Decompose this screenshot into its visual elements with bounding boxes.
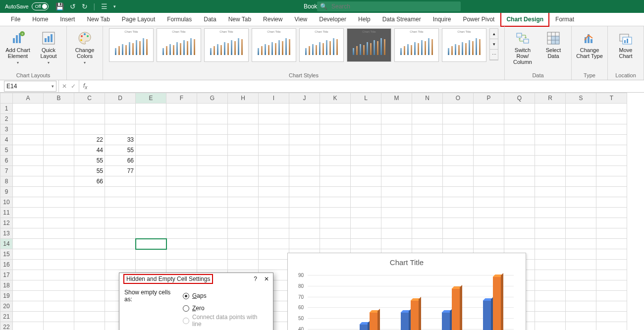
radio-gaps[interactable] (183, 293, 189, 299)
cell-R1[interactable] (535, 104, 566, 114)
cell-B19[interactable] (44, 291, 74, 301)
radio-zero[interactable] (183, 305, 189, 312)
cell-F3[interactable] (166, 124, 197, 135)
cell-H11[interactable] (228, 208, 259, 218)
cell-B18[interactable] (44, 280, 74, 291)
cell-E14[interactable] (136, 239, 166, 249)
cell-G16[interactable] (197, 260, 228, 270)
cell-P5[interactable] (474, 145, 504, 156)
cell-J4[interactable] (289, 135, 320, 145)
cell-K9[interactable] (320, 187, 351, 197)
cell-C3[interactable] (74, 124, 105, 135)
cell-R4[interactable] (535, 135, 566, 145)
cell-S21[interactable] (566, 312, 596, 322)
cell-N5[interactable] (412, 145, 443, 156)
cell-I1[interactable] (259, 104, 289, 114)
cell-C14[interactable] (74, 239, 105, 249)
tab-help[interactable]: Help (352, 13, 376, 26)
cell-R21[interactable] (535, 312, 566, 322)
cell-A7[interactable] (13, 166, 44, 176)
dialog-help-icon[interactable]: ? (254, 275, 257, 282)
cell-I2[interactable] (259, 114, 289, 124)
cell-B8[interactable] (44, 176, 74, 187)
cell-A5[interactable] (13, 145, 44, 156)
cell-K7[interactable] (320, 166, 351, 176)
cell-F12[interactable] (166, 218, 197, 228)
cell-A22[interactable] (13, 322, 44, 330)
chart-style-thumb[interactable]: Chart Title (204, 28, 249, 62)
tab-new-tab[interactable]: New Tab (81, 13, 115, 26)
cell-F6[interactable] (166, 156, 197, 166)
cell-R8[interactable] (535, 176, 566, 187)
cell-K14[interactable] (320, 239, 351, 249)
cell-C18[interactable] (74, 280, 105, 291)
cell-L7[interactable] (351, 166, 381, 176)
cell-J3[interactable] (289, 124, 320, 135)
cell-B4[interactable] (44, 135, 74, 145)
cell-H2[interactable] (228, 114, 259, 124)
cell-O8[interactable] (443, 176, 474, 187)
cell-A14[interactable] (13, 239, 44, 249)
cell-H15[interactable] (228, 249, 259, 260)
cell-P2[interactable] (474, 114, 504, 124)
cell-S3[interactable] (566, 124, 596, 135)
tab-inquire[interactable]: Inquire (427, 13, 457, 26)
cell-O7[interactable] (443, 166, 474, 176)
chart-style-thumb[interactable]: Chart Title (394, 28, 439, 62)
cell-B9[interactable] (44, 187, 74, 197)
autosave-toggle[interactable]: AutoSave Off (0, 2, 49, 10)
cell-F7[interactable] (166, 166, 197, 176)
cell-O5[interactable] (443, 145, 474, 156)
cell-L9[interactable] (351, 187, 381, 197)
cell-J5[interactable] (289, 145, 320, 156)
cell-Q1[interactable] (504, 104, 535, 114)
cell-B22[interactable] (44, 322, 74, 330)
cell-D2[interactable] (105, 114, 136, 124)
cell-H10[interactable] (228, 197, 259, 208)
cell-O4[interactable] (443, 135, 474, 145)
cell-H3[interactable] (228, 124, 259, 135)
cell-I5[interactable] (259, 145, 289, 156)
cell-C22[interactable] (74, 322, 105, 330)
chart-style-thumb[interactable]: Chart Title (442, 28, 486, 62)
cell-G11[interactable] (197, 208, 228, 218)
cell-R3[interactable] (535, 124, 566, 135)
cell-B11[interactable] (44, 208, 74, 218)
cell-C8[interactable]: 66 (74, 176, 105, 187)
cell-C2[interactable] (74, 114, 105, 124)
cell-B16[interactable] (44, 260, 74, 270)
cell-E5[interactable] (136, 145, 166, 156)
cell-H4[interactable] (228, 135, 259, 145)
cell-M4[interactable] (381, 135, 412, 145)
cell-P1[interactable] (474, 104, 504, 114)
cell-J2[interactable] (289, 114, 320, 124)
cell-T1[interactable] (596, 104, 627, 114)
cell-K10[interactable] (320, 197, 351, 208)
cell-B2[interactable] (44, 114, 74, 124)
cell-F11[interactable] (166, 208, 197, 218)
cell-M8[interactable] (381, 176, 412, 187)
cell-Q12[interactable] (504, 218, 535, 228)
cell-A8[interactable] (13, 176, 44, 187)
search-box[interactable]: 🔍 (317, 1, 461, 11)
cell-D3[interactable] (105, 124, 136, 135)
cell-T12[interactable] (596, 218, 627, 228)
cell-C15[interactable] (74, 249, 105, 260)
cell-S14[interactable] (566, 239, 596, 249)
cell-E7[interactable] (136, 166, 166, 176)
cell-F15[interactable] (166, 249, 197, 260)
tab-data[interactable]: Data (198, 13, 222, 26)
cell-F4[interactable] (166, 135, 197, 145)
cell-M9[interactable] (381, 187, 412, 197)
cell-K1[interactable] (320, 104, 351, 114)
cell-H16[interactable] (228, 260, 259, 270)
cell-B15[interactable] (44, 249, 74, 260)
cell-L14[interactable] (351, 239, 381, 249)
cell-I16[interactable] (259, 260, 289, 270)
cell-T17[interactable] (596, 270, 627, 280)
cell-Q9[interactable] (504, 187, 535, 197)
cell-J6[interactable] (289, 156, 320, 166)
cell-D14[interactable] (105, 239, 136, 249)
cell-R12[interactable] (535, 218, 566, 228)
cell-H8[interactable] (228, 176, 259, 187)
